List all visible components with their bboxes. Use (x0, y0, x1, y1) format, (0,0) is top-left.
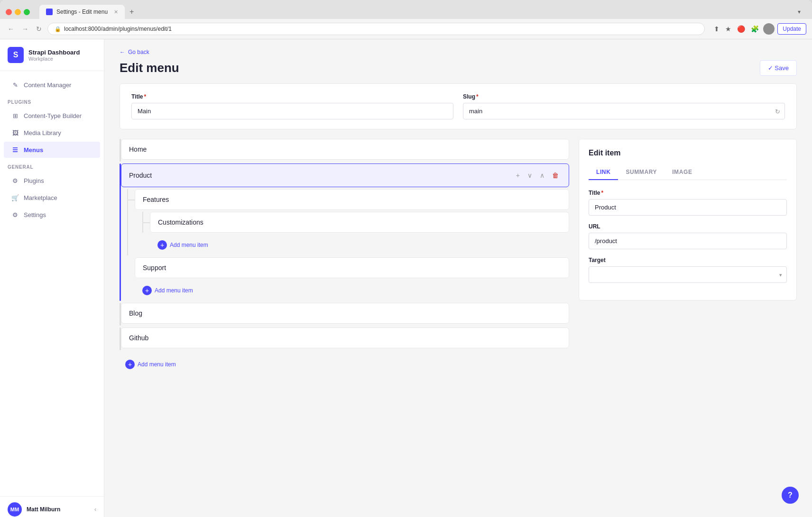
new-tab-button[interactable]: + (125, 5, 138, 19)
menu-item-blog[interactable]: Blog (121, 303, 569, 324)
minimize-traffic-light[interactable] (15, 9, 21, 15)
tab-close-icon[interactable]: ✕ (114, 9, 118, 15)
browser-toolbar: ← → ↻ 🔒 localhost:8000/admin/plugins/men… (0, 19, 812, 39)
sidebar-item-marketplace[interactable]: 🛒 Marketplace (4, 190, 100, 206)
sidebar-collapse-button[interactable]: ‹ (94, 506, 96, 513)
sidebar-item-plugins[interactable]: ⚙ Plugins (4, 172, 100, 189)
sidebar-item-content-manager[interactable]: ✎ Content Manager (4, 77, 100, 93)
menu-item-wrapper-customizations: Customizations (150, 212, 569, 233)
menu-item-wrapper-home: Home (120, 139, 569, 162)
toolbar-actions: ⬆ ★ 🔴 🧩 Update (712, 23, 806, 35)
extension-icon-2[interactable]: 🧩 (749, 24, 760, 34)
root-add-wrapper: + Add menu item (120, 352, 569, 375)
sidebar-item-menus[interactable]: ☰ Menus (4, 142, 100, 158)
forward-nav-button[interactable]: → (20, 24, 30, 34)
features-add-plus-icon: + (157, 240, 167, 250)
edit-title-input[interactable] (589, 199, 787, 216)
address-bar[interactable]: 🔒 localhost:8000/admin/plugins/menus/edi… (47, 23, 705, 35)
root-add-plus-icon: + (125, 360, 135, 369)
back-link[interactable]: ← Go back (120, 49, 797, 55)
menu-tree: Home Product + ∨ ∧ 🗑 (120, 139, 569, 375)
active-browser-tab[interactable]: Settings - Edit menu ✕ (39, 5, 125, 19)
sidebar-item-settings[interactable]: ⚙ Settings (4, 207, 100, 223)
sidebar-brand: S Strapi Dashboard Workplace (0, 39, 104, 71)
sidebar-label-content-type-builder: Content-Type Builder (24, 112, 82, 119)
puzzle-icon: ⚙ (11, 177, 19, 184)
product-add-menu-item-button[interactable]: + Add menu item (137, 282, 199, 299)
sidebar-label-content-manager: Content Manager (24, 82, 71, 89)
menu-item-product[interactable]: Product + ∨ ∧ 🗑 (121, 163, 569, 187)
sidebar-item-media-library[interactable]: 🖼 Media Library (4, 125, 100, 141)
sidebar-footer: MM Matt Milburn ‹ (0, 496, 104, 517)
edit-item-title: Edit item (589, 149, 787, 157)
share-icon[interactable]: ⬆ (712, 24, 721, 34)
menu-editor: Home Product + ∨ ∧ 🗑 (120, 139, 797, 375)
brand-icon: S (8, 47, 24, 63)
gear-icon: ⚙ (11, 211, 19, 218)
edit-item-panel: Edit item LINK SUMMARY IMAGE Title* URL (579, 139, 797, 300)
product-move-down-button[interactable]: ∨ (525, 170, 535, 181)
menu-item-wrapper-blog: Blog (120, 303, 569, 326)
reload-button[interactable]: ↻ (34, 24, 44, 34)
user-display-name: Matt Milburn (27, 506, 90, 513)
menu-item-customizations[interactable]: Customizations (150, 212, 569, 233)
browser-user-avatar[interactable] (763, 23, 775, 35)
features-connector-h (127, 200, 135, 200)
edit-url-group: URL (589, 223, 787, 249)
root-add-menu-item-button[interactable]: + Add menu item (120, 356, 182, 373)
features-add-wrapper: + Add menu item (150, 235, 569, 255)
product-delete-button[interactable]: 🗑 (550, 170, 561, 181)
edit-url-input[interactable] (589, 233, 787, 249)
browser-dropdown-icon[interactable]: ▾ (798, 9, 806, 15)
menu-item-support[interactable]: Support (135, 257, 569, 278)
brand-subtitle: Workplace (28, 56, 80, 62)
edit-title-group: Title* (589, 190, 787, 216)
tab-link[interactable]: LINK (589, 165, 618, 180)
sidebar-nav: ✎ Content Manager PLUGINS ⊞ Content-Type… (0, 71, 104, 496)
sidebar: S Strapi Dashboard Workplace ✎ Content M… (0, 39, 104, 517)
sidebar-label-plugins: Plugins (24, 177, 44, 184)
menu-item-wrapper-features: Features Customizations (135, 189, 569, 255)
product-add-plus-icon: + (142, 286, 152, 295)
title-form-group: Title* (131, 93, 453, 119)
tab-image[interactable]: IMAGE (664, 165, 700, 180)
menu-item-features[interactable]: Features (135, 189, 569, 210)
maximize-traffic-light[interactable] (24, 9, 30, 15)
product-left-bar (120, 163, 121, 301)
close-traffic-light[interactable] (6, 9, 12, 15)
tab-summary[interactable]: SUMMARY (618, 165, 664, 180)
sidebar-label-media-library: Media Library (24, 129, 61, 136)
product-item-label: Product (129, 172, 514, 179)
title-slug-form-card: Title* Slug* ↻ (120, 83, 797, 129)
bookmark-icon[interactable]: ★ (724, 24, 733, 34)
blog-item-label: Blog (129, 309, 561, 317)
title-input[interactable] (131, 103, 453, 119)
sidebar-item-content-type-builder[interactable]: ⊞ Content-Type Builder (4, 108, 100, 124)
menu-item-github[interactable]: Github (121, 327, 569, 348)
features-connector-v (127, 189, 128, 255)
help-button[interactable]: ? (782, 487, 799, 504)
product-add-child-button[interactable]: + (514, 170, 522, 181)
slug-input-wrapper: ↻ (463, 103, 785, 119)
lock-icon: 🔒 (55, 26, 61, 32)
product-children: Features Customizations (135, 189, 569, 301)
extension-icon-1[interactable]: 🔴 (736, 24, 747, 34)
tab-favicon-icon (46, 9, 53, 15)
edit-title-label: Title* (589, 190, 787, 196)
update-button[interactable]: Update (777, 23, 806, 35)
refresh-icon: ↻ (775, 108, 780, 115)
page-header: ← Go back Edit menu ✓ Save (104, 39, 812, 83)
traffic-lights (6, 9, 30, 15)
home-item-label: Home (129, 145, 561, 153)
product-move-up-button[interactable]: ∧ (537, 170, 547, 181)
back-nav-button[interactable]: ← (6, 24, 16, 34)
edit-target-select[interactable]: _blank _self _parent _top (589, 266, 787, 283)
general-section-label: GENERAL (0, 159, 104, 172)
menu-item-home[interactable]: Home (121, 139, 569, 160)
slug-input[interactable] (463, 103, 785, 119)
tab-bar: Settings - Edit menu ✕ + (39, 5, 138, 19)
features-add-menu-item-button[interactable]: + Add menu item (152, 236, 214, 254)
features-item-label: Features (143, 196, 561, 203)
save-button[interactable]: ✓ Save (760, 60, 797, 76)
plugins-section-label: PLUGINS (0, 94, 104, 108)
